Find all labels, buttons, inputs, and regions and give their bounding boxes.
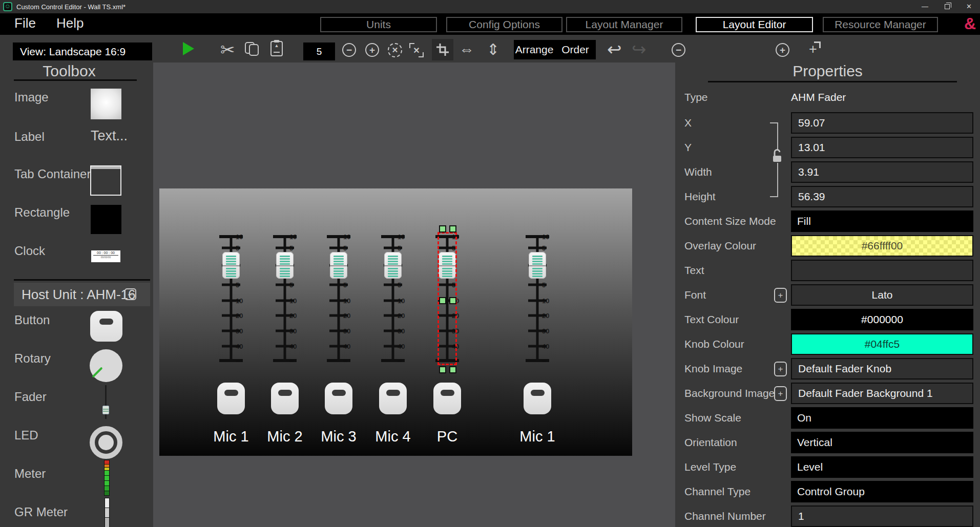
fader-knob[interactable] <box>222 252 240 279</box>
snap-to-grid-icon[interactable]: ✕ <box>388 43 402 57</box>
tab-config-options[interactable]: Config Options <box>446 17 562 32</box>
fader-knob[interactable] <box>276 252 294 279</box>
scale-tick-label: 10 <box>343 297 350 305</box>
fader-knob[interactable] <box>384 252 402 279</box>
close-button[interactable]: ✕ <box>966 0 972 13</box>
property-value-level-type[interactable]: Level <box>791 456 973 478</box>
property-label: Height <box>684 191 716 203</box>
show-grid-button[interactable] <box>432 39 453 60</box>
property-value-font[interactable]: Lato <box>791 284 973 306</box>
host-item-label: Button <box>14 313 50 327</box>
scale-tick-label: ∞ <box>542 357 547 364</box>
stretch-vertical-icon[interactable]: ⇕ <box>487 40 499 58</box>
selection-handle[interactable] <box>439 297 446 304</box>
tab-container-preview <box>90 165 121 196</box>
property-value-orientation[interactable]: Vertical <box>791 432 973 453</box>
copy-icon[interactable] <box>245 42 260 56</box>
scale-tick-label: 10 <box>542 297 549 305</box>
mute-button[interactable] <box>217 383 245 414</box>
fader-channel-mic-2[interactable]: 1050510203040∞Mic 2 <box>254 188 316 456</box>
add-resource-button[interactable]: + <box>774 288 787 303</box>
selection-handle[interactable] <box>439 225 446 233</box>
property-value-channel-type[interactable]: Control Group <box>791 481 973 502</box>
restore-button[interactable] <box>945 4 950 9</box>
fader-scale: 1050510203040∞ <box>507 237 568 361</box>
fader-knob[interactable] <box>529 252 546 279</box>
snap-to-object-icon[interactable]: ✕ <box>409 43 424 57</box>
property-value-knob-colour[interactable]: #04ffc5 <box>791 333 973 355</box>
property-value-text-colour[interactable]: #000000 <box>791 309 973 330</box>
tab-units[interactable]: Units <box>320 17 437 32</box>
mute-button[interactable] <box>325 383 352 414</box>
mute-button[interactable] <box>524 383 551 414</box>
stretch-horizontal-icon[interactable]: ⇔ <box>459 40 474 58</box>
property-row-background-image: Background Image+Default Fader Backgroun… <box>675 382 980 405</box>
redo-icon[interactable]: ↪ <box>632 39 647 59</box>
properties-divider <box>708 81 957 82</box>
property-value-width[interactable]: 3.91 <box>791 161 973 183</box>
property-value-x[interactable]: 59.07 <box>791 112 973 134</box>
knob-stripe <box>333 268 344 269</box>
property-value-height[interactable]: 56.39 <box>791 186 973 207</box>
grid-size-input[interactable]: 5 <box>303 43 335 60</box>
tab-layout-editor[interactable]: Layout Editor <box>696 17 813 32</box>
mute-button[interactable] <box>433 383 461 414</box>
meter-preview <box>104 460 110 496</box>
property-row-show-scale: Show ScaleOn <box>675 407 980 429</box>
fader-channel-mic-1[interactable]: 1050510203040∞Mic 1 <box>200 188 262 456</box>
play-icon[interactable] <box>183 42 194 55</box>
fit-view-icon[interactable]: + <box>805 41 821 57</box>
order-button[interactable]: Order <box>555 40 596 59</box>
led-preview <box>90 426 122 459</box>
selection-outline[interactable] <box>437 232 457 365</box>
tab-resource-manager[interactable]: Resource Manager <box>823 17 938 32</box>
mute-button[interactable] <box>271 383 299 414</box>
fader-knob[interactable] <box>330 252 347 279</box>
property-value-background-image[interactable]: Default Fader Background 1 <box>791 383 973 404</box>
channel-label: Mic 1 <box>507 428 568 445</box>
add-resource-button[interactable]: + <box>774 386 787 401</box>
arrange-button[interactable]: Arrange <box>514 40 555 59</box>
minimize-button[interactable]: — <box>922 0 928 13</box>
meter-segment <box>105 465 109 467</box>
scale-tick-label: 30 <box>236 327 243 334</box>
zoom-out-icon[interactable]: − <box>672 43 685 57</box>
selection-handle[interactable] <box>449 297 456 304</box>
property-value-overlay-colour[interactable]: #66ffff00 <box>791 235 973 257</box>
property-value-content-size-mode[interactable]: Fill <box>791 210 973 232</box>
fader-channel-mic-3[interactable]: 1050510203040∞Mic 3 <box>308 188 369 456</box>
property-value-text[interactable] <box>791 260 973 281</box>
selection-handle[interactable] <box>439 366 446 373</box>
selection-handle[interactable] <box>449 225 456 233</box>
layout-canvas[interactable]: 1050510203040∞Mic 11050510203040∞Mic 210… <box>159 188 632 456</box>
property-row-width: Width3.91 <box>675 161 980 183</box>
mute-button[interactable] <box>379 383 407 414</box>
property-value-channel-number[interactable]: 1 <box>791 505 973 527</box>
undo-icon[interactable]: ↩ <box>607 39 622 59</box>
host-item-label: Fader <box>14 390 47 404</box>
knob-seam <box>330 265 347 266</box>
button-pill <box>99 319 113 325</box>
property-value-knob-image[interactable]: Default Fader Knob <box>791 358 973 380</box>
menu-help[interactable]: Help <box>56 15 84 31</box>
grid-increase-icon[interactable]: + <box>365 43 379 57</box>
property-value-show-scale[interactable]: On <box>791 407 973 429</box>
property-value-y[interactable]: 13.01 <box>791 137 973 158</box>
grid-decrease-icon[interactable]: − <box>342 43 356 57</box>
knob-stripe <box>532 273 543 275</box>
paste-icon[interactable] <box>270 41 283 56</box>
fader-channel-mic-1[interactable]: 1050510203040∞Mic 1 <box>507 188 568 456</box>
fader-channel-mic-4[interactable]: 1050510203040∞Mic 4 <box>362 188 424 456</box>
selection-handle[interactable] <box>449 366 456 373</box>
scale-tick-label: 10 <box>236 233 243 241</box>
zoom-in-icon[interactable]: + <box>776 43 789 57</box>
knob-stripe <box>280 276 290 277</box>
menu-file[interactable]: File <box>14 15 36 31</box>
host-collapse-button[interactable]: – <box>124 288 136 300</box>
cut-icon[interactable]: ✂ <box>220 39 235 60</box>
lock-icon[interactable] <box>770 149 784 166</box>
tab-layout-manager[interactable]: Layout Manager <box>566 17 682 32</box>
view-selector[interactable]: View: Landscape 16:9 <box>13 43 152 60</box>
fader-channel-pc[interactable]: 1050510203040∞PC <box>416 188 478 456</box>
add-resource-button[interactable]: + <box>774 362 787 376</box>
